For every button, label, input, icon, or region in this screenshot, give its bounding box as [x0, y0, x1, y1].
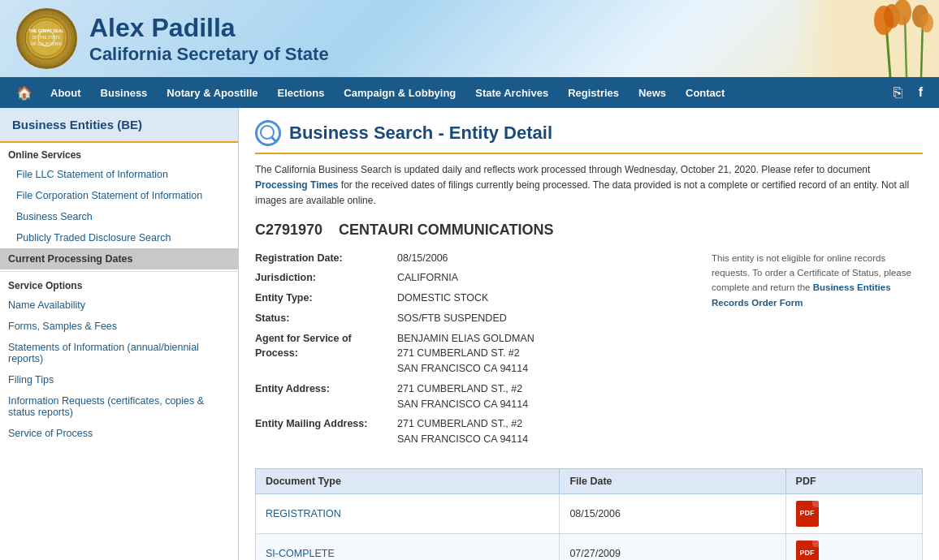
pdf-icon[interactable]: PDF [796, 501, 819, 527]
search-icon [255, 120, 281, 146]
main-layout: Business Entities (BE) Online Services F… [0, 108, 939, 560]
cell-pdf[interactable]: PDF [785, 533, 922, 560]
sidebar-section-online-services: Online Services [0, 143, 238, 164]
nav-notary[interactable]: Notary & Apostille [157, 77, 267, 108]
nav-campaign[interactable]: Campaign & Lobbying [334, 77, 465, 108]
cell-pdf[interactable]: PDF [785, 493, 922, 533]
state-seal: THE GREAT SEAL OF THE STATE OF CALIFORNI… [16, 8, 77, 69]
nav-business[interactable]: Business [91, 77, 158, 108]
sidebar-section-service-options: Service Options [0, 274, 238, 295]
entity-details: Registration Date: 08/15/2006 Jurisdicti… [255, 251, 923, 452]
page-title-row: Business Search - Entity Detail [255, 120, 923, 154]
nav-news[interactable]: News [629, 77, 676, 108]
sidebar-item-file-corp[interactable]: File Corporation Statement of Informatio… [0, 185, 238, 206]
sidebar-item-statements[interactable]: Statements of Information (annual/bienni… [0, 337, 238, 369]
nav-bar: 🏠 About Business Notary & Apostille Elec… [0, 77, 939, 108]
sidebar-item-filing-tips[interactable]: Filing Tips [0, 369, 238, 390]
detail-agent: Agent for Service of Process: BENJAMIN E… [255, 331, 695, 377]
header-decoration [793, 0, 939, 77]
main-content: Business Search - Entity Detail The Cali… [239, 108, 939, 560]
svg-text:THE GREAT SEAL: THE GREAT SEAL [28, 28, 63, 33]
sidebar-item-current-dates[interactable]: Current Processing Dates [0, 248, 238, 269]
nav-about[interactable]: About [41, 77, 91, 108]
cell-doc-type[interactable]: SI-COMPLETE [256, 533, 560, 560]
sidebar-item-ptd-search[interactable]: Publicly Traded Disclosure Search [0, 227, 238, 248]
nav-registries[interactable]: Registries [558, 77, 629, 108]
document-table: Document Type File Date PDF REGISTRATION… [255, 468, 923, 560]
sidebar-item-service-process[interactable]: Service of Process [0, 423, 238, 444]
sidebar-item-name-avail[interactable]: Name Availability [0, 295, 238, 316]
detail-mailing-address: Entity Mailing Address: 271 CUMBERLAND S… [255, 416, 695, 447]
svg-text:OF THE STATE: OF THE STATE [32, 35, 61, 40]
nav-archives[interactable]: State Archives [465, 77, 558, 108]
home-button[interactable]: 🏠 [8, 77, 41, 108]
entity-right-panel: This entity is not eligible for online r… [695, 251, 923, 452]
col-pdf: PDF [785, 468, 922, 493]
detail-jurisdiction: Jurisdiction: CALIFORNIA [255, 270, 695, 286]
detail-status: Status: SOS/FTB SUSPENDED [255, 311, 695, 326]
table-row: REGISTRATION08/15/2006PDF [256, 493, 923, 533]
nav-elections[interactable]: Elections [268, 77, 335, 108]
col-doc-type: Document Type [256, 468, 560, 493]
sidebar: Business Entities (BE) Online Services F… [0, 108, 239, 560]
sidebar-item-info-requests[interactable]: Information Requests (certificates, copi… [0, 390, 238, 423]
pdf-icon[interactable]: PDF [796, 541, 819, 560]
rss-icon[interactable]: ⎘ [885, 84, 911, 101]
cell-doc-type[interactable]: REGISTRATION [256, 493, 560, 533]
sidebar-item-file-llc[interactable]: File LLC Statement of Information [0, 164, 238, 185]
header-title-block: Alex Padilla California Secretary of Sta… [89, 12, 329, 64]
title: California Secretary of State [89, 44, 329, 65]
entity-number: C2791970 [255, 222, 322, 238]
header-banner: THE GREAT SEAL OF THE STATE OF CALIFORNI… [0, 0, 939, 77]
entity-name: CENTAURI COMMUNICATIONS [339, 222, 553, 238]
page-title: Business Search - Entity Detail [289, 123, 552, 144]
col-file-date: File Date [560, 468, 785, 493]
svg-line-9 [905, 16, 907, 77]
info-text: The California Business Search is update… [255, 162, 923, 209]
sidebar-item-biz-search[interactable]: Business Search [0, 206, 238, 227]
sidebar-header: Business Entities (BE) [0, 108, 238, 143]
cell-file-date: 07/27/2009 [560, 533, 785, 560]
seal-inner: THE GREAT SEAL OF THE STATE OF CALIFORNI… [23, 15, 71, 63]
svg-point-13 [920, 13, 933, 32]
detail-entity-type: Entity Type: DOMESTIC STOCK [255, 291, 695, 306]
entity-left-panel: Registration Date: 08/15/2006 Jurisdicti… [255, 251, 695, 452]
processing-times-link[interactable]: Processing Times [255, 179, 339, 191]
entity-header: C2791970 CENTAURI COMMUNICATIONS [255, 222, 923, 239]
detail-registration: Registration Date: 08/15/2006 [255, 251, 695, 266]
cell-file-date: 08/15/2006 [560, 493, 785, 533]
svg-text:OF CALIFORNIA: OF CALIFORNIA [31, 41, 63, 46]
sidebar-item-forms[interactable]: Forms, Samples & Fees [0, 316, 238, 337]
person-name: Alex Padilla [89, 12, 329, 43]
detail-entity-address: Entity Address: 271 CUMBERLAND ST., #2 S… [255, 381, 695, 412]
svg-point-10 [894, 0, 911, 25]
facebook-icon[interactable]: f [911, 85, 931, 100]
nav-contact[interactable]: Contact [676, 77, 734, 108]
table-row: SI-COMPLETE07/27/2009PDF [256, 533, 923, 560]
